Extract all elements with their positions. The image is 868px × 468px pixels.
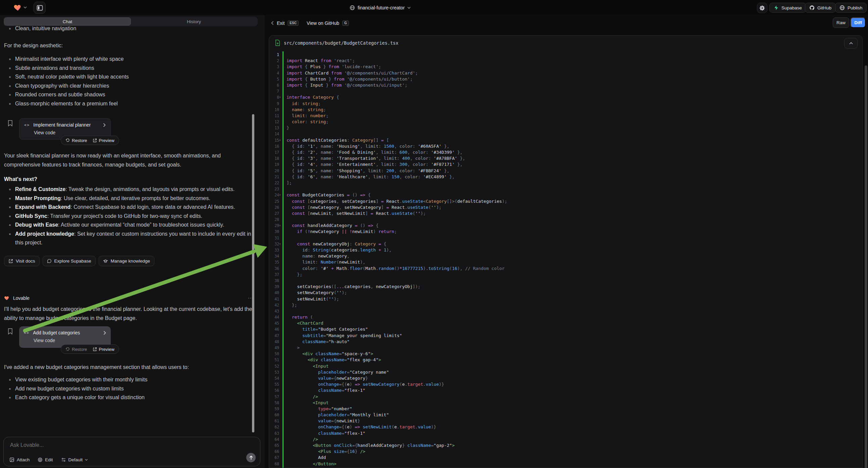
model-selector[interactable]: Default [61,457,88,462]
github-button[interactable]: GitHub [805,3,836,13]
exit-button[interactable]: Exit ESC [271,15,299,31]
view-code-link[interactable]: View code [34,338,106,343]
raw-toggle-button[interactable]: Raw [833,18,849,28]
publish-button[interactable]: Publish [835,3,867,13]
preview-button[interactable]: Preview [93,138,115,143]
code-line: 65 <Button onClick={handleAddCategory} c… [269,442,862,448]
fold-chevron-icon[interactable]: ∨ [279,94,281,100]
assistant-message: Your sleek financial planner is now read… [4,151,254,169]
list-item: Each category gets a unique color for vi… [4,393,254,402]
code-line: 17 { id: '2', name: 'Food & Dining', lim… [269,149,862,155]
sidebar-toggle-button[interactable] [34,2,45,14]
top-bullet-list: Clean, intuitive navigation [4,24,254,33]
chevron-right-icon [103,123,106,127]
lovable-avatar [4,295,10,301]
code-line: 13} [269,125,862,131]
assistant-message: I'll help you add budget categories to t… [4,304,254,323]
code-line: 48 className="h-auto" [269,339,862,345]
restore-button-disabled[interactable]: Restore [65,347,87,352]
version-card-title: Implement financial planner [33,122,91,127]
diff-toggle-button[interactable]: Diff [850,18,866,28]
preview-button[interactable]: Preview [93,347,115,352]
image-icon [9,457,14,462]
explore-supabase-button[interactable]: Explore Supabase [42,256,96,266]
fold-chevron-icon[interactable]: ∨ [279,223,281,229]
github-label: GitHub [817,5,831,10]
code-line: 40 setNewCategory(''); [269,290,862,296]
view-code-link[interactable]: View code [34,130,106,135]
supabase-label: Supabase [781,5,802,10]
bookmark-icon[interactable] [7,328,13,335]
project-chevron-down-icon [407,6,411,9]
code-line: 49 > [269,345,862,351]
arrow-up-icon [249,455,253,460]
list-item: Clean typography with clear hierarchies [4,82,254,91]
list-item: Master Prompting: Use clear, detailed, a… [4,194,254,203]
sliders-icon [61,457,66,462]
code-line: 59 type="number" [269,406,862,412]
file-header[interactable]: src/components/budget/BudgetCategories.t… [269,36,862,50]
code-line: 20 { id: '5', name: 'Shopping', limit: 2… [269,168,862,174]
code-line: 56 className="flex-1" [269,387,862,393]
code-line: 47 subtitle="Manage your spending limits… [269,333,862,339]
gear-icon [759,5,765,11]
view-on-github-button[interactable]: View on GitHub G [307,15,349,31]
whats-next-heading: What's next? [4,175,254,184]
settings-button[interactable] [757,3,767,13]
logo-chevron-down-icon[interactable] [24,6,27,9]
fold-chevron-icon[interactable]: ∨ [279,241,281,247]
code-line: 30 if (!newCategory || !newLimit) return… [269,229,862,235]
publish-globe-icon [839,5,845,10]
supabase-button[interactable]: Supabase [769,3,806,13]
list-item: Soft, neutral color palette with light b… [4,72,254,82]
chevron-down-icon [85,459,88,461]
send-button[interactable] [246,453,256,462]
edit-button[interactable]: Edit [38,457,53,462]
version-card-title: Add budget categories [33,330,80,335]
code-line: 4import ChartCard from '@/components/ui/… [269,70,862,76]
action-chip-row: Visit docs Explore Supabase Manage knowl… [4,256,154,266]
code-line: 39 setCategories([...categories, newCate… [269,284,862,290]
supabase-icon [774,5,779,10]
code-line: 63 className="flex-1" [269,430,862,436]
code-line: 16 { id: '1', name: 'Housing', limit: 15… [269,143,862,149]
chevron-left-icon [271,21,274,25]
code-line: 1 [269,52,862,58]
file-path: src/components/budget/BudgetCategories.t… [284,40,398,46]
restore-preview-pill: Restore Preview [61,136,119,145]
code-line: 52 <Input [269,363,862,369]
code-line: 27 const [newLimit, setNewLimit] = React… [269,210,862,216]
manage-knowledge-button[interactable]: Manage knowledge [99,256,154,266]
list-item: Clean, intuitive navigation [4,24,254,33]
visit-docs-button[interactable]: Visit docs [4,256,39,266]
code-scrollbar[interactable] [865,65,867,468]
fold-chevron-icon[interactable]: ∨ [279,137,281,143]
code-line: 11 limit: number; [269,113,862,119]
fold-chevron-icon[interactable]: ∨ [279,192,281,198]
collapse-file-button[interactable] [844,38,858,49]
chat-input[interactable] [9,442,212,448]
attach-button[interactable]: Attach [9,457,30,462]
code-line: 14 [269,131,862,137]
feature-bullet-list: View existing budget categories with the… [4,375,254,402]
code-line: 61 value={newLimit} [269,418,862,424]
code-line: 24∨const BudgetCategories = () => { [269,192,862,198]
assistant-header-row: Lovable ⋯ [4,295,254,301]
assistant-message: I've added a new budget categories manag… [4,362,254,372]
code-line: 54 value={newCategory} [269,375,862,381]
code-line: 44 return ( [269,314,862,320]
lovable-logo-icon[interactable] [13,3,22,12]
chat-scrollbar[interactable] [252,114,254,432]
project-switcher[interactable]: financial-future-creator [350,0,411,15]
code-lines[interactable]: 12import React from 'react';3import { Pl… [269,50,862,468]
design-bullet-list: Minimalist interface with plenty of whit… [4,55,254,108]
g-key-badge: G [342,21,349,26]
code-line: 26 const [newCategory, setNewCategory] =… [269,204,862,210]
bookmark-icon[interactable] [7,120,13,126]
code-line: 8∨interface Category { [269,94,862,100]
code-line: 57 /> [269,394,862,400]
code-line: 50 <div className="space-y-6"> [269,351,862,357]
code-panel: Exit ESC View on GitHub G Raw Diff src/c… [264,15,868,468]
restore-button[interactable]: Restore [65,138,87,143]
external-link-icon [93,347,97,351]
